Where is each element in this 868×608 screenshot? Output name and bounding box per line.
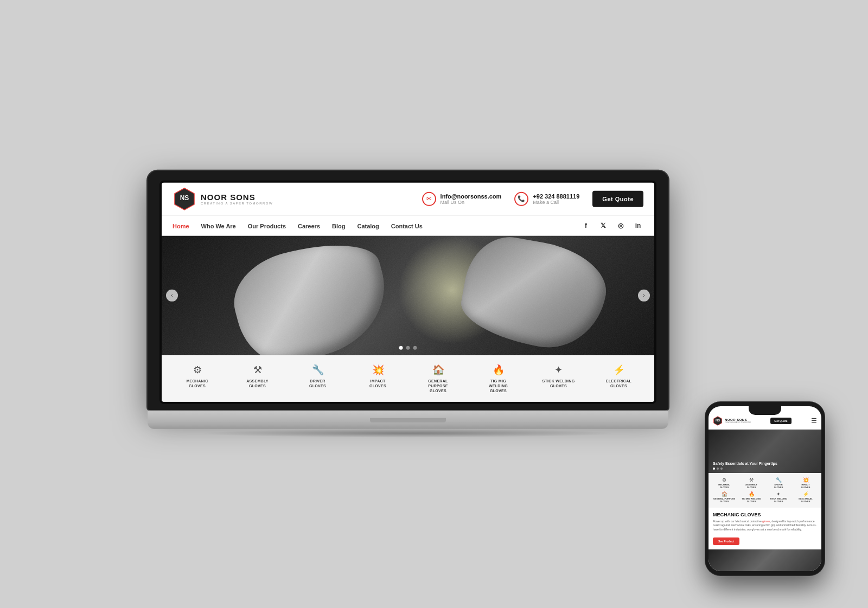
mechanic-icon: ⚙ [193,363,202,375]
phone-tig-mig-icon: 🔥 [749,491,755,497]
phone-category-driver[interactable]: 🔧 DRIVERGLOVES [766,477,791,489]
nav-links: Home Who We Are Our Products Careers Blo… [173,220,423,230]
phone-hero: Safety Essentials at Your Fingertips [709,430,821,473]
phone-product-section: MECHANIC GLOVES Power up with our Mechan… [709,508,821,550]
twitter-icon[interactable]: 𝕏 [598,220,609,231]
laptop-mockup: NS NOOR SONS CREATING A SAFER TOMORROW ✉… [148,170,668,437]
tig-mig-icon: 🔥 [493,363,505,375]
phone-category-general[interactable]: 🏠 GENERAL PURPOSEGLOVES [712,491,737,503]
phone-contact: 📞 +92 324 8881119 Make a Call [514,191,579,206]
nav-item-products[interactable]: Our Products [248,220,286,230]
nav-item-careers[interactable]: Careers [298,220,320,230]
laptop-screen-outer: NS NOOR SONS CREATING A SAFER TOMORROW ✉… [148,170,668,410]
impact-label: IMPACTGLOVES [369,378,386,388]
phone-notch [749,406,781,415]
category-mechanic-gloves[interactable]: ⚙ MECHANICGLOVES [178,363,216,388]
phone-category-tig-mig[interactable]: 🔥 TIG MIG WELDINGGLOVES [739,491,764,503]
phone-category-assembly[interactable]: ⚒ ASSEMBLYGLOVES [739,477,764,489]
facebook-icon[interactable]: f [580,220,591,231]
hero-dots [399,345,417,349]
phone-hero-overlay: Safety Essentials at Your Fingertips [713,461,817,470]
nav-link-our-products[interactable]: Our Products [248,222,286,229]
phone-logo-icon: NS [713,416,723,426]
phone-mechanic-label: MECHANICGLOVES [718,484,730,489]
phone-categories: ⚙ MECHANICGLOVES ⚒ ASSEMBLYGLOVES 🔧 DRIV… [709,473,821,507]
stick-welding-icon: ✦ [554,363,563,375]
nav-item-blog[interactable]: Blog [332,220,345,230]
impact-icon: 💥 [372,363,384,375]
nav-link-blog[interactable]: Blog [332,222,345,229]
phone-impact-label: IMPACTGLOVES [801,484,810,489]
category-stick-welding-gloves[interactable]: ✦ STICK WELDINGGLOVES [540,363,578,388]
laptop-shadow [200,429,616,438]
hero-prev-button[interactable]: ‹ [166,289,178,301]
phone-product-desc-link[interactable]: gloves [762,520,770,523]
assembly-icon: ⚒ [253,363,262,375]
get-quote-button[interactable]: Get Quote [592,190,643,207]
phone-icon: 📞 [514,191,528,206]
email-address: info@noorsonss.com [441,193,502,199]
driver-label: DRIVERGLOVES [309,378,326,388]
phone-bottom-image [709,549,821,571]
phone-screen: NS NOOR SONS CREATING A SAFER TOMORROW G… [709,406,821,571]
category-tig-mig-gloves[interactable]: 🔥 TIG MIGWELDINGGLOVES [480,363,518,393]
category-electrical-gloves[interactable]: ⚡ ELECTRICALGLOVES [600,363,638,388]
phone-category-mechanic[interactable]: ⚙ MECHANICGLOVES [712,477,737,489]
phone-assembly-label: ASSEMBLYGLOVES [745,484,757,489]
phone-mockup: NS NOOR SONS CREATING A SAFER TOMORROW G… [705,402,825,575]
brand-name: NOOR SONS [201,193,273,202]
nav-item-contact[interactable]: Contact Us [391,220,423,230]
phone-product-title: MECHANIC GLOVES [713,512,817,517]
nav-link-home[interactable]: Home [173,222,189,229]
phone-label: Make a Call [533,199,579,204]
phone-mechanic-icon: ⚙ [722,477,726,483]
phone-get-quote-button[interactable]: Get Quote [770,418,791,424]
hero-dot-3[interactable] [413,345,417,349]
electrical-label: ELECTRICALGLOVES [606,378,631,388]
hero-dot-2[interactable] [406,345,410,349]
laptop-base [148,411,668,423]
phone-menu-icon[interactable]: ☰ [811,417,817,425]
phone-category-electrical[interactable]: ⚡ ELECTRICALGLOVES [793,491,818,503]
laptop-screen: NS NOOR SONS CREATING A SAFER TOMORROW ✉… [162,182,654,401]
electrical-icon: ⚡ [613,363,625,375]
see-product-button[interactable]: See Product [713,537,739,545]
phone-dot-1[interactable] [713,468,715,470]
phone-hero-title: Safety Essentials at Your Fingertips [713,461,817,466]
phone-category-stick[interactable]: ✦ STICK WELDINGGLOVES [766,491,791,503]
category-assembly-gloves[interactable]: ⚒ ASSEMBLYGLOVES [239,363,277,388]
phone-tig-mig-label: TIG MIG WELDINGGLOVES [742,498,761,503]
hero-section: ‹ › [162,235,654,355]
header-contact: ✉ info@noorsonss.com Mail Us On 📞 +92 32… [422,190,643,207]
phone-brand-tagline: CREATING A SAFER TOMORROW [725,421,751,424]
phone-general-icon: 🏠 [722,491,727,497]
phone-stick-label: STICK WELDINGGLOVES [770,498,787,503]
instagram-icon[interactable]: ◎ [615,220,626,231]
phone-dot-2[interactable] [717,468,719,470]
stick-welding-label: STICK WELDINGGLOVES [542,378,575,388]
phone-dot-3[interactable] [720,468,723,470]
nav-link-contact-us[interactable]: Contact Us [391,222,423,229]
driver-icon: 🔧 [312,363,324,375]
nav-item-who[interactable]: Who We Are [201,220,236,230]
category-driver-gloves[interactable]: 🔧 DRIVERGLOVES [299,363,337,388]
phone-impact-icon: 💥 [803,477,809,483]
phone-category-impact[interactable]: 💥 IMPACTGLOVES [793,477,818,489]
logo-area: NS NOOR SONS CREATING A SAFER TOMORROW [173,187,273,210]
category-impact-gloves[interactable]: 💥 IMPACTGLOVES [359,363,397,388]
assembly-label: ASSEMBLYGLOVES [246,378,269,388]
nav-link-careers[interactable]: Careers [298,222,320,229]
nav-link-who-we-are[interactable]: Who We Are [201,222,236,229]
email-label: Mail Us On [441,199,502,204]
category-general-purpose-gloves[interactable]: 🏠 GENERALPURPOSEGLOVES [419,363,457,393]
nav-link-catalog[interactable]: Catalog [357,222,379,229]
nav-item-catalog[interactable]: Catalog [357,220,379,230]
hero-next-button[interactable]: › [638,289,650,301]
hero-image [162,235,654,355]
phone-product-description: Power up with our Mechanical protective … [713,520,817,532]
linkedin-icon[interactable]: in [633,220,643,231]
phone-outer: NS NOOR SONS CREATING A SAFER TOMORROW G… [705,402,825,575]
laptop-stand [148,423,668,429]
nav-item-home[interactable]: Home [173,220,189,230]
hero-dot-1[interactable] [399,345,403,349]
